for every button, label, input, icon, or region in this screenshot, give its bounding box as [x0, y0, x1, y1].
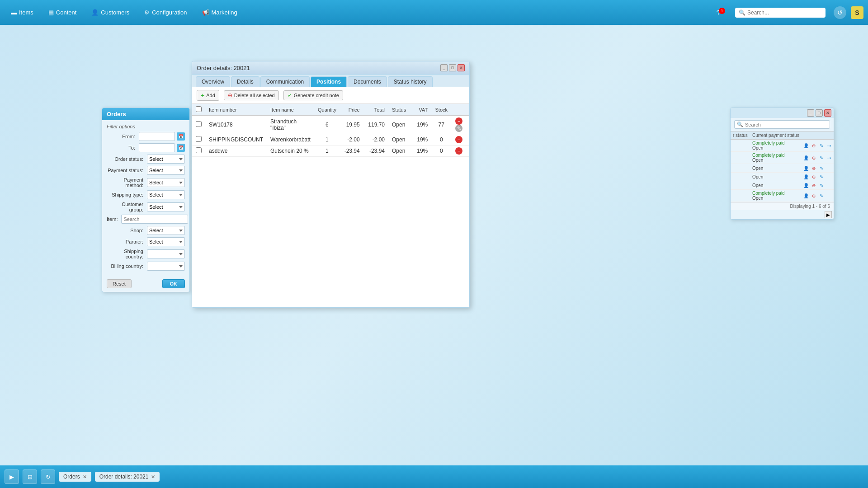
positions-table-head: Item number Item name Quantity Price Tot…	[192, 104, 469, 116]
generate-credit-btn[interactable]: ✓ Generate credit note	[283, 90, 343, 100]
nav-search-area: ? 1 🔍 ↺ S	[710, 6, 863, 19]
shipping-country-select[interactable]	[147, 249, 185, 258]
nav-refresh-btn[interactable]: ↺	[834, 6, 846, 19]
item-number-3: asdqwe	[205, 145, 267, 157]
right-panel-minimize-btn[interactable]: _	[807, 109, 814, 117]
right-panel-table-body: Completely paid Open 👤 ⊖ ✎ ⇢ Completely …	[731, 140, 834, 202]
delete-row-1-btn[interactable]: −	[455, 117, 462, 125]
taskbar-tab-order-details[interactable]: Order details: 20021 ✕	[95, 472, 160, 482]
right-panel-maximize-btn[interactable]: □	[816, 109, 823, 117]
nav-item-content[interactable]: ▤ Content	[42, 6, 83, 19]
dialog-toolbar: + Add ⊖ Delete all selected ✓ Generate c…	[192, 87, 469, 104]
row-checkbox-3[interactable]	[196, 147, 202, 153]
link-icon-2[interactable]: ⇢	[826, 155, 832, 161]
to-calendar-btn[interactable]: 📅	[177, 144, 185, 152]
person-icon-4[interactable]: 👤	[803, 174, 809, 180]
item-number-2: SHIPPINGDISCOUNT	[205, 134, 267, 145]
from-calendar-btn[interactable]: 📅	[177, 132, 185, 141]
remove-icon-3[interactable]: ⊖	[811, 165, 817, 171]
remove-icon-4[interactable]: ⊖	[811, 174, 817, 180]
person-icon-2[interactable]: 👤	[803, 155, 809, 161]
remove-icon-1[interactable]: ⊖	[811, 142, 817, 149]
nav-item-marketing[interactable]: 📢 Marketing	[196, 6, 244, 19]
edit-icon-6[interactable]: ✎	[818, 192, 825, 199]
link-icon-1[interactable]: ⇢	[826, 142, 832, 149]
marketing-icon: 📢	[202, 9, 209, 16]
delete-row-3-btn[interactable]: −	[455, 147, 462, 155]
right-search-input[interactable]	[745, 122, 827, 127]
nav-item-customers[interactable]: 👤 Customers	[85, 6, 136, 19]
person-icon-3[interactable]: 👤	[803, 165, 809, 171]
order-status-select[interactable]: Select	[147, 155, 185, 164]
total-1: 119.70	[363, 116, 388, 134]
person-icon-5[interactable]: 👤	[803, 182, 809, 188]
search-input[interactable]	[747, 9, 822, 16]
edit-icon-1[interactable]: ✎	[818, 142, 825, 149]
nav-item-configuration[interactable]: ⚙ Configuration	[138, 6, 193, 19]
search-box: 🔍	[735, 8, 826, 18]
dialog-maximize-btn[interactable]: □	[449, 64, 456, 71]
right-panel-nav: ▶	[731, 210, 834, 219]
remove-icon-5[interactable]: ⊖	[811, 182, 817, 188]
edit-icon-2[interactable]: ✎	[818, 155, 825, 161]
person-icon-6[interactable]: 👤	[803, 192, 809, 199]
taskbar-btn-1[interactable]: ▶	[5, 469, 19, 484]
from-input[interactable]	[139, 132, 175, 141]
shipping-type-select[interactable]: Select	[147, 190, 185, 199]
col-quantity: Quantity	[314, 104, 340, 116]
edit-icon-4[interactable]: ✎	[818, 174, 825, 180]
nav-label-content: Content	[56, 9, 77, 16]
taskbar-btn-3[interactable]: ↻	[41, 469, 55, 484]
shop-select[interactable]: Select	[147, 226, 185, 235]
person-icon-1[interactable]: 👤	[803, 142, 809, 149]
delete-all-button[interactable]: ⊖ Delete all selected	[224, 90, 279, 100]
payment-method-label: Payment method:	[107, 177, 145, 188]
displaying-text: Displaying 1 - 6 of 6	[790, 204, 830, 209]
tab-communication[interactable]: Communication	[260, 76, 310, 87]
add-button[interactable]: + Add	[197, 90, 219, 101]
payment-method-row: Payment method: Select	[107, 177, 185, 188]
customer-group-select[interactable]: Select	[147, 202, 185, 211]
nav-item-items[interactable]: ▬ Items	[5, 6, 40, 19]
positions-table-body: SW10178 Strandtuch "Ibiza" 6 19.95 119.7…	[192, 116, 469, 157]
taskbar-tab-orders[interactable]: Orders ✕	[59, 472, 91, 482]
partner-select[interactable]: Select	[147, 237, 185, 246]
rp-status-1	[731, 140, 750, 152]
close-orders-tab[interactable]: ✕	[83, 474, 87, 480]
row-checkbox-2[interactable]	[196, 136, 202, 142]
right-panel-close-btn[interactable]: ✕	[824, 109, 831, 117]
select-all-checkbox[interactable]	[196, 106, 202, 112]
tab-documents[interactable]: Documents	[348, 76, 387, 87]
dialog-control-buttons: _ □ ✕	[440, 64, 465, 71]
payment-status-select[interactable]: Select	[147, 166, 185, 175]
payment-method-select[interactable]: Select	[147, 178, 185, 187]
tab-details[interactable]: Details	[231, 76, 259, 87]
close-details-tab[interactable]: ✕	[151, 474, 155, 480]
tab-status-history[interactable]: Status history	[388, 76, 433, 87]
row-checkbox-1[interactable]	[196, 121, 202, 127]
tab-overview[interactable]: Overview	[196, 76, 230, 87]
remove-icon-6[interactable]: ⊖	[811, 192, 817, 199]
user-badge[interactable]: S	[851, 6, 863, 19]
dialog-minimize-btn[interactable]: _	[440, 64, 448, 71]
edit-row-1-btn[interactable]: ✎	[455, 125, 462, 132]
from-row: From: 📅	[107, 132, 185, 141]
edit-icon-5[interactable]: ✎	[818, 182, 825, 188]
table-row: SHIPPINGDISCOUNT Warenkorbrabatt 1 -2.00…	[192, 134, 469, 145]
nav-help-btn[interactable]: ? 1	[710, 6, 731, 19]
shipping-type-row: Shipping type: Select	[107, 190, 185, 199]
col-item-name: Item name	[267, 104, 314, 116]
next-page-btn[interactable]: ▶	[825, 211, 832, 218]
remove-icon-2[interactable]: ⊖	[811, 155, 817, 161]
ok-button[interactable]: OK	[162, 279, 185, 288]
edit-icon-3[interactable]: ✎	[818, 165, 825, 171]
actions-3: −	[451, 145, 469, 157]
reset-button[interactable]: Reset	[107, 279, 132, 288]
billing-country-select[interactable]	[147, 262, 185, 271]
dialog-close-btn[interactable]: ✕	[458, 64, 465, 71]
tab-positions[interactable]: Positions	[311, 76, 347, 87]
to-input[interactable]	[139, 143, 175, 152]
item-search-input[interactable]	[121, 215, 188, 224]
taskbar-btn-2[interactable]: ⊞	[23, 469, 37, 484]
delete-row-2-btn[interactable]: −	[455, 136, 462, 143]
